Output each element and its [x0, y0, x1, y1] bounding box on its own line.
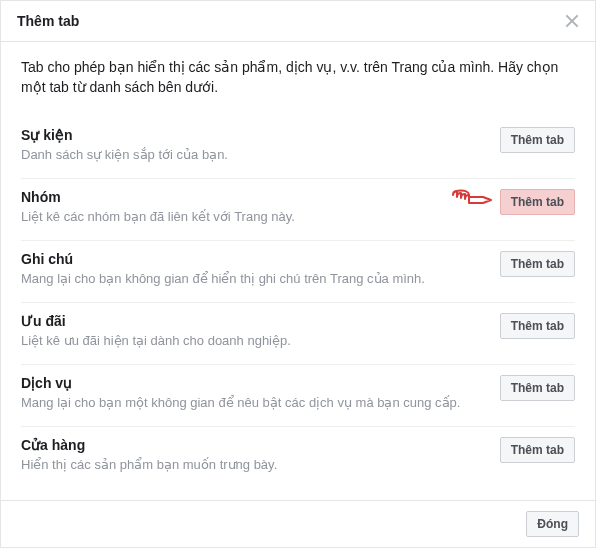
- modal-intro: Tab cho phép bạn hiển thị các sản phẩm, …: [21, 58, 575, 97]
- tab-desc: Liệt kê các nhóm bạn đã liên kết với Tra…: [21, 209, 488, 226]
- tab-title: Ghi chú: [21, 251, 488, 267]
- add-tab-button-offers[interactable]: Thêm tab: [500, 313, 575, 339]
- tab-title: Dịch vụ: [21, 375, 488, 391]
- close-button[interactable]: Đóng: [526, 511, 579, 537]
- tab-title: Ưu đãi: [21, 313, 488, 329]
- tab-title: Cửa hàng: [21, 437, 488, 453]
- tab-row-offers: Ưu đãi Liệt kê ưu đãi hiện tại dành cho …: [21, 303, 575, 365]
- modal-title: Thêm tab: [17, 13, 79, 29]
- modal-header: Thêm tab: [1, 1, 595, 42]
- add-tab-button-events[interactable]: Thêm tab: [500, 127, 575, 153]
- tab-row-shop: Cửa hàng Hiển thị các sản phẩm bạn muốn …: [21, 427, 575, 488]
- tab-row-groups: Nhóm Liệt kê các nhóm bạn đã liên kết vớ…: [21, 179, 575, 241]
- add-tab-button-notes[interactable]: Thêm tab: [500, 251, 575, 277]
- tab-text: Dịch vụ Mang lại cho bạn một không gian …: [21, 375, 500, 412]
- tab-text: Ưu đãi Liệt kê ưu đãi hiện tại dành cho …: [21, 313, 500, 350]
- modal-body: Tab cho phép bạn hiển thị các sản phẩm, …: [1, 42, 595, 500]
- tab-desc: Liệt kê ưu đãi hiện tại dành cho doanh n…: [21, 333, 488, 350]
- tab-text: Nhóm Liệt kê các nhóm bạn đã liên kết vớ…: [21, 189, 500, 226]
- tab-row-notes: Ghi chú Mang lại cho bạn không gian để h…: [21, 241, 575, 303]
- tab-desc: Hiển thị các sản phẩm bạn muốn trưng bày…: [21, 457, 488, 474]
- tab-title: Nhóm: [21, 189, 488, 205]
- tab-row-services: Dịch vụ Mang lại cho bạn một không gian …: [21, 365, 575, 427]
- tab-row-events: Sự kiện Danh sách sự kiện sắp tới của bạ…: [21, 117, 575, 179]
- tab-text: Ghi chú Mang lại cho bạn không gian để h…: [21, 251, 500, 288]
- modal-footer: Đóng: [1, 500, 595, 547]
- add-tab-button-groups[interactable]: Thêm tab: [500, 189, 575, 215]
- add-tab-button-services[interactable]: Thêm tab: [500, 375, 575, 401]
- add-tab-button-shop[interactable]: Thêm tab: [500, 437, 575, 463]
- close-icon[interactable]: [565, 14, 579, 28]
- tab-desc: Danh sách sự kiện sắp tới của bạn.: [21, 147, 488, 164]
- tab-text: Sự kiện Danh sách sự kiện sắp tới của bạ…: [21, 127, 500, 164]
- tab-desc: Mang lại cho bạn một không gian để nêu b…: [21, 395, 488, 412]
- tab-title: Sự kiện: [21, 127, 488, 143]
- tab-text: Cửa hàng Hiển thị các sản phẩm bạn muốn …: [21, 437, 500, 474]
- add-tab-modal: Thêm tab Tab cho phép bạn hiển thị các s…: [0, 0, 596, 548]
- tab-desc: Mang lại cho bạn không gian để hiển thị …: [21, 271, 488, 288]
